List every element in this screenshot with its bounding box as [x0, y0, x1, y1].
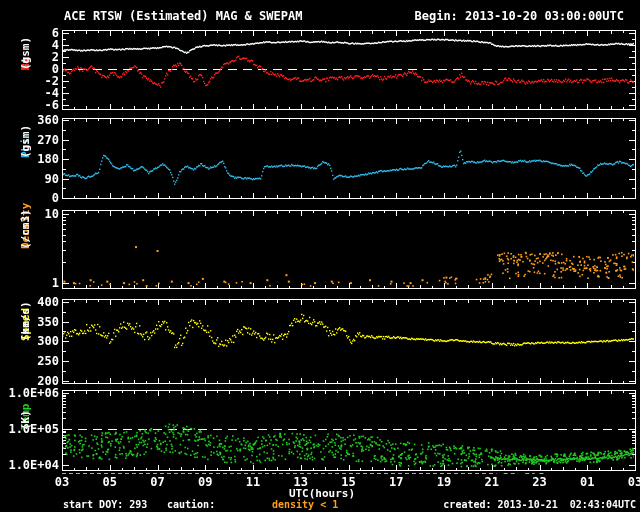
chart-canvas — [0, 0, 640, 512]
created-timestamp: created: 2013-10-21 02:43:04UTC — [443, 499, 636, 510]
ytick-label-speed: 200 — [0, 376, 59, 386]
ytick-label-bt-bz: -4 — [0, 88, 59, 98]
xtick-label: 07 — [143, 477, 173, 488]
ytick-label-phi: 90 — [0, 174, 59, 184]
caution-label: caution: — [167, 499, 215, 510]
xtick-label: 09 — [190, 477, 220, 488]
ytick-label-density: 1 — [0, 278, 59, 288]
ytick-label-phi: 360 — [0, 115, 59, 125]
page-title: ACE RTSW (Estimated) MAG & SWEPAM — [64, 10, 302, 22]
caution-density-value: density < 1 — [272, 499, 338, 510]
ace-rtsw-swepam-plot: ACE RTSW (Estimated) MAG & SWEPAM Begin:… — [0, 0, 640, 512]
xtick-label: 21 — [477, 477, 507, 488]
xtick-label: 23 — [525, 477, 555, 488]
ytick-label-bt-bz: -2 — [0, 76, 59, 86]
xtick-label: 03 — [47, 477, 77, 488]
start-doy-label: start DOY: 293 — [63, 499, 147, 510]
xtick-label: 05 — [95, 477, 125, 488]
begin-timestamp: Begin: 2013-10-20 03:00:00UTC — [414, 10, 624, 22]
ytick-label-phi: 0 — [0, 193, 59, 203]
ytick-label-speed: 250 — [0, 356, 59, 366]
ytick-label-temp: 1.0E+04 — [0, 460, 59, 470]
xtick-label: 19 — [429, 477, 459, 488]
ytick-label-bt-bz: -6 — [0, 100, 59, 110]
xtick-label: 17 — [381, 477, 411, 488]
xtick-label: 01 — [572, 477, 602, 488]
ytick-label-temp: 1.0E+06 — [0, 388, 59, 398]
xtick-label: 03 — [620, 477, 640, 488]
